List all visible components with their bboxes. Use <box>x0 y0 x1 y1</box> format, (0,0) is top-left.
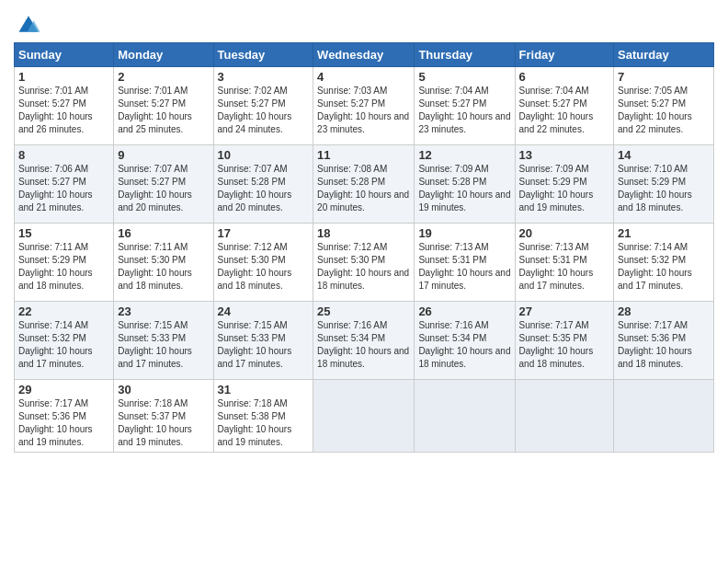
day-number: 21 <box>618 226 710 240</box>
day-number: 26 <box>418 304 510 318</box>
calendar-table: SundayMondayTuesdayWednesdayThursdayFrid… <box>14 42 714 453</box>
calendar-day-cell: 26 Sunrise: 7:16 AMSunset: 5:34 PMDaylig… <box>415 302 515 380</box>
calendar-day-cell: 18 Sunrise: 7:12 AMSunset: 5:30 PMDaylig… <box>313 224 415 302</box>
day-info: Sunrise: 7:11 AMSunset: 5:30 PMDaylight:… <box>118 242 192 291</box>
day-number: 4 <box>317 70 410 84</box>
day-info: Sunrise: 7:18 AMSunset: 5:37 PMDaylight:… <box>118 398 192 447</box>
day-info: Sunrise: 7:15 AMSunset: 5:33 PMDaylight:… <box>218 320 292 369</box>
calendar-day-cell: 11 Sunrise: 7:08 AMSunset: 5:28 PMDaylig… <box>313 145 415 224</box>
day-info: Sunrise: 7:07 AMSunset: 5:28 PMDaylight:… <box>218 164 292 213</box>
calendar-day-cell: 21 Sunrise: 7:14 AMSunset: 5:32 PMDaylig… <box>614 224 714 302</box>
day-number: 31 <box>218 383 310 396</box>
calendar-header-row: SundayMondayTuesdayWednesdayThursdayFrid… <box>15 43 714 67</box>
calendar-day-cell <box>614 380 714 453</box>
calendar-day-cell: 12 Sunrise: 7:09 AMSunset: 5:28 PMDaylig… <box>415 145 515 224</box>
calendar-day-cell: 5 Sunrise: 7:04 AMSunset: 5:27 PMDayligh… <box>415 67 515 145</box>
day-number: 19 <box>418 226 510 240</box>
calendar-day-cell: 2 Sunrise: 7:01 AMSunset: 5:27 PMDayligh… <box>114 67 213 145</box>
calendar-week-row: 1 Sunrise: 7:01 AMSunset: 5:27 PMDayligh… <box>15 67 714 145</box>
day-info: Sunrise: 7:16 AMSunset: 5:34 PMDaylight:… <box>317 320 409 369</box>
calendar-day-header: Monday <box>114 43 213 67</box>
calendar-day-cell: 28 Sunrise: 7:17 AMSunset: 5:36 PMDaylig… <box>614 302 714 380</box>
day-number: 22 <box>18 304 109 318</box>
day-info: Sunrise: 7:12 AMSunset: 5:30 PMDaylight:… <box>218 242 292 291</box>
day-info: Sunrise: 7:09 AMSunset: 5:28 PMDaylight:… <box>418 164 510 213</box>
day-number: 20 <box>519 226 610 240</box>
day-info: Sunrise: 7:04 AMSunset: 5:27 PMDaylight:… <box>519 86 594 134</box>
calendar-day-cell: 25 Sunrise: 7:16 AMSunset: 5:34 PMDaylig… <box>313 302 415 380</box>
calendar-day-cell: 14 Sunrise: 7:10 AMSunset: 5:29 PMDaylig… <box>614 145 714 224</box>
day-number: 28 <box>618 304 710 318</box>
day-number: 6 <box>519 70 610 84</box>
calendar-day-cell: 19 Sunrise: 7:13 AMSunset: 5:31 PMDaylig… <box>415 224 515 302</box>
day-info: Sunrise: 7:12 AMSunset: 5:30 PMDaylight:… <box>317 242 409 291</box>
day-number: 5 <box>418 70 510 84</box>
day-info: Sunrise: 7:06 AMSunset: 5:27 PMDaylight:… <box>18 164 93 213</box>
calendar-day-header: Sunday <box>15 43 114 67</box>
calendar-day-cell: 6 Sunrise: 7:04 AMSunset: 5:27 PMDayligh… <box>515 67 614 145</box>
day-info: Sunrise: 7:07 AMSunset: 5:27 PMDaylight:… <box>118 164 192 213</box>
day-info: Sunrise: 7:05 AMSunset: 5:27 PMDaylight:… <box>618 86 692 134</box>
calendar-day-cell: 23 Sunrise: 7:15 AMSunset: 5:33 PMDaylig… <box>114 302 213 380</box>
day-number: 25 <box>317 304 410 318</box>
day-number: 9 <box>118 148 209 162</box>
day-info: Sunrise: 7:13 AMSunset: 5:31 PMDaylight:… <box>519 242 594 291</box>
day-info: Sunrise: 7:03 AMSunset: 5:27 PMDaylight:… <box>317 86 409 134</box>
day-number: 27 <box>519 304 610 318</box>
day-number: 3 <box>218 70 310 84</box>
calendar-day-cell: 16 Sunrise: 7:11 AMSunset: 5:30 PMDaylig… <box>114 224 213 302</box>
calendar-week-row: 22 Sunrise: 7:14 AMSunset: 5:32 PMDaylig… <box>15 302 714 380</box>
calendar-day-header: Thursday <box>415 43 515 67</box>
day-info: Sunrise: 7:17 AMSunset: 5:36 PMDaylight:… <box>18 398 93 447</box>
day-number: 7 <box>618 70 710 84</box>
day-info: Sunrise: 7:10 AMSunset: 5:29 PMDaylight:… <box>618 164 692 213</box>
calendar-day-cell: 3 Sunrise: 7:02 AMSunset: 5:27 PMDayligh… <box>213 67 313 145</box>
day-info: Sunrise: 7:01 AMSunset: 5:27 PMDaylight:… <box>18 86 93 134</box>
day-number: 1 <box>18 70 109 84</box>
day-number: 30 <box>118 383 209 396</box>
calendar-day-header: Friday <box>515 43 614 67</box>
day-number: 12 <box>418 148 510 162</box>
day-number: 13 <box>519 148 610 162</box>
calendar-day-cell: 15 Sunrise: 7:11 AMSunset: 5:29 PMDaylig… <box>15 224 114 302</box>
calendar-day-cell: 10 Sunrise: 7:07 AMSunset: 5:28 PMDaylig… <box>213 145 313 224</box>
calendar-day-cell <box>313 380 415 453</box>
calendar-week-row: 8 Sunrise: 7:06 AMSunset: 5:27 PMDayligh… <box>15 145 714 224</box>
calendar-day-cell <box>515 380 614 453</box>
day-info: Sunrise: 7:09 AMSunset: 5:29 PMDaylight:… <box>519 164 594 213</box>
day-info: Sunrise: 7:15 AMSunset: 5:33 PMDaylight:… <box>118 320 192 369</box>
calendar-day-header: Saturday <box>614 43 714 67</box>
calendar-day-cell: 1 Sunrise: 7:01 AMSunset: 5:27 PMDayligh… <box>15 67 114 145</box>
day-info: Sunrise: 7:11 AMSunset: 5:29 PMDaylight:… <box>18 242 93 291</box>
day-number: 15 <box>18 226 109 240</box>
day-number: 29 <box>18 383 109 396</box>
day-info: Sunrise: 7:16 AMSunset: 5:34 PMDaylight:… <box>418 320 510 369</box>
day-info: Sunrise: 7:02 AMSunset: 5:27 PMDaylight:… <box>218 86 292 134</box>
calendar-day-header: Wednesday <box>313 43 415 67</box>
day-number: 17 <box>218 226 310 240</box>
day-number: 23 <box>118 304 209 318</box>
day-number: 2 <box>118 70 209 84</box>
day-info: Sunrise: 7:04 AMSunset: 5:27 PMDaylight:… <box>418 86 510 134</box>
day-number: 14 <box>618 148 710 162</box>
calendar-day-cell: 7 Sunrise: 7:05 AMSunset: 5:27 PMDayligh… <box>614 67 714 145</box>
day-info: Sunrise: 7:08 AMSunset: 5:28 PMDaylight:… <box>317 164 409 213</box>
calendar-day-cell: 22 Sunrise: 7:14 AMSunset: 5:32 PMDaylig… <box>15 302 114 380</box>
calendar-day-cell: 20 Sunrise: 7:13 AMSunset: 5:31 PMDaylig… <box>515 224 614 302</box>
day-info: Sunrise: 7:01 AMSunset: 5:27 PMDaylight:… <box>118 86 192 134</box>
calendar-day-cell: 9 Sunrise: 7:07 AMSunset: 5:27 PMDayligh… <box>114 145 213 224</box>
day-info: Sunrise: 7:14 AMSunset: 5:32 PMDaylight:… <box>618 242 692 291</box>
day-number: 8 <box>18 148 109 162</box>
calendar-day-header: Tuesday <box>213 43 313 67</box>
calendar-day-cell: 8 Sunrise: 7:06 AMSunset: 5:27 PMDayligh… <box>15 145 114 224</box>
calendar-day-cell: 13 Sunrise: 7:09 AMSunset: 5:29 PMDaylig… <box>515 145 614 224</box>
day-info: Sunrise: 7:14 AMSunset: 5:32 PMDaylight:… <box>18 320 93 369</box>
calendar-day-cell: 29 Sunrise: 7:17 AMSunset: 5:36 PMDaylig… <box>15 380 114 453</box>
header <box>14 9 714 37</box>
calendar-week-row: 15 Sunrise: 7:11 AMSunset: 5:29 PMDaylig… <box>15 224 714 302</box>
day-number: 11 <box>317 148 410 162</box>
logo-icon <box>16 11 41 37</box>
day-info: Sunrise: 7:13 AMSunset: 5:31 PMDaylight:… <box>418 242 510 291</box>
day-info: Sunrise: 7:17 AMSunset: 5:35 PMDaylight:… <box>519 320 594 369</box>
calendar-day-cell: 17 Sunrise: 7:12 AMSunset: 5:30 PMDaylig… <box>213 224 313 302</box>
